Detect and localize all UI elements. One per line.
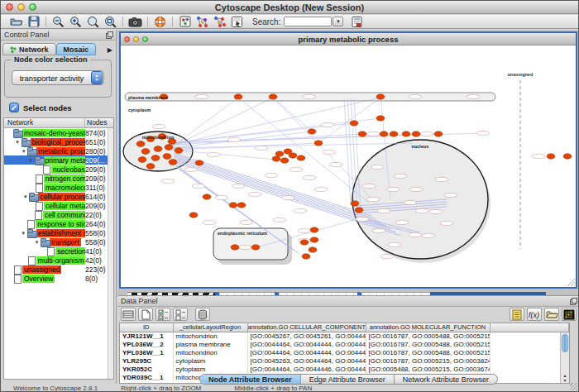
attribute-matrix-button[interactable] bbox=[562, 308, 577, 321]
help-button[interactable] bbox=[151, 15, 169, 28]
attribute-batch-button[interactable] bbox=[348, 15, 366, 28]
tree-scrollbar[interactable] bbox=[108, 128, 113, 379]
tree-expander[interactable]: ▾ bbox=[14, 139, 22, 146]
tree-expander[interactable]: ▾ bbox=[27, 157, 35, 164]
tree-row[interactable]: nitrogen compo209(0) bbox=[4, 174, 113, 183]
layout-b-button[interactable] bbox=[211, 15, 228, 28]
tree-row[interactable]: unassigned223(0) bbox=[4, 265, 113, 274]
tree-expander[interactable]: ▾ bbox=[33, 239, 41, 246]
file-icon bbox=[35, 174, 44, 182]
annotation-button[interactable] bbox=[228, 15, 246, 28]
tree-expander[interactable]: ▾ bbox=[20, 230, 27, 237]
folder-icon bbox=[27, 229, 36, 237]
tree-expander[interactable]: ▾ bbox=[22, 194, 29, 200]
tree-row[interactable]: nucleobase-209(0) bbox=[4, 165, 113, 174]
tree-row[interactable]: ▾primary metabo209(... bbox=[4, 155, 113, 165]
table-row[interactable]: YKR052Ccytoplasm[GO:0044464, GO:0044446,… bbox=[120, 365, 569, 373]
column-header[interactable]: ID bbox=[120, 323, 173, 332]
zoom-in-icon bbox=[69, 16, 82, 28]
network-label: mosaic-demo-yeast bbox=[22, 129, 85, 137]
select-nodes-checkbox[interactable]: ✓ bbox=[9, 103, 19, 112]
table-scrollbar-thumb[interactable] bbox=[562, 334, 568, 352]
create-attribute-icon bbox=[141, 309, 151, 320]
network-label: secretion bbox=[55, 247, 85, 256]
table-cell: cytoplasm bbox=[173, 356, 247, 365]
tree-row[interactable]: mosaic-demo-yeast874(0) bbox=[4, 128, 113, 137]
window-resize-grip[interactable] bbox=[570, 383, 577, 390]
network-label: cellular metabo bbox=[44, 202, 85, 210]
main-toolbar: Search: ▼ bbox=[1, 15, 578, 29]
column-header[interactable]: annotation.GO MOLECULAR_FUNCTION bbox=[366, 323, 490, 332]
delete-attribute-button[interactable] bbox=[195, 308, 210, 321]
column-header[interactable]: annotation.GO CELLULAR_COMPONENT bbox=[247, 323, 366, 332]
tree-row[interactable]: cellular metabo209(0) bbox=[4, 201, 113, 210]
search-input[interactable] bbox=[284, 17, 332, 26]
network-label: transport bbox=[50, 238, 81, 246]
layout-a-button[interactable] bbox=[194, 15, 211, 28]
annotation-icon bbox=[231, 16, 243, 28]
tree-row[interactable]: ▾cellular process614(0) bbox=[4, 192, 113, 201]
function-builder-button[interactable]: f(x) bbox=[527, 308, 542, 321]
table-cell: YKR052C bbox=[120, 365, 173, 373]
float-panel-icon[interactable] bbox=[106, 31, 113, 39]
attribute-list-button[interactable] bbox=[510, 308, 524, 321]
folder-icon bbox=[13, 129, 22, 136]
table-row[interactable]: YLR295Ccytoplasm[GO:0045263, GO:0044464,… bbox=[120, 356, 569, 365]
snapshot-button[interactable] bbox=[127, 15, 144, 28]
unselect-all-attributes-button[interactable] bbox=[173, 308, 188, 321]
tab-edge-attribute-browser[interactable]: Edge Attribute Browser bbox=[301, 375, 395, 384]
select-all-attributes-icon bbox=[158, 309, 169, 320]
zoom-fit-button[interactable] bbox=[102, 15, 119, 28]
create-attribute-button[interactable] bbox=[138, 308, 153, 321]
table-row[interactable]: YPL036W__2plasma membrane[GO:0044464, GO… bbox=[120, 340, 569, 348]
window-titlebar[interactable]: Cytoscape Desktop (New Session) bbox=[1, 1, 578, 14]
tab-network[interactable]: Network bbox=[2, 43, 56, 55]
search-dropdown-button[interactable]: ▼ bbox=[333, 17, 343, 26]
lifebuoy-icon bbox=[154, 16, 166, 28]
tree-expander[interactable]: ▾ bbox=[20, 148, 27, 155]
canvas-resize-grip[interactable] bbox=[567, 279, 575, 286]
status-pan-hint: Middle-click + drag to PAN bbox=[234, 385, 312, 392]
float-panel-icon[interactable] bbox=[570, 298, 577, 305]
tab-overflow-arrow[interactable]: ▶ bbox=[105, 45, 115, 55]
network-label: cellular process bbox=[38, 193, 85, 201]
network-label: unassigned bbox=[22, 265, 61, 274]
tab-network-attribute-browser[interactable]: Network Attribute Browser bbox=[395, 375, 497, 384]
select-all-attributes-button[interactable] bbox=[156, 308, 170, 321]
tree-column-network[interactable]: Network bbox=[4, 118, 85, 127]
import-attributes-button[interactable] bbox=[544, 308, 559, 321]
zoom-out-button[interactable] bbox=[50, 15, 67, 28]
table-row[interactable]: YPL036W__1mitochondrion[GO:0044464, GO:0… bbox=[120, 348, 569, 356]
node-color-dropdown[interactable]: transporter activity ▲▼ bbox=[12, 70, 104, 85]
tree-row[interactable]: ▾biological_process651(0) bbox=[4, 137, 113, 146]
open-session-button[interactable] bbox=[7, 15, 25, 28]
network-canvas[interactable]: plasma membrane cytoplasm mitochondrion … bbox=[121, 45, 576, 287]
tree-row[interactable]: multi-organism pro42(0) bbox=[4, 256, 113, 265]
tree-row[interactable]: secretion41(0) bbox=[4, 246, 113, 256]
network-view-titlebar[interactable]: primary metabolic process bbox=[121, 33, 576, 45]
zoom-in-button[interactable] bbox=[67, 15, 84, 28]
zoom-selected-button[interactable] bbox=[84, 15, 102, 28]
tree-row[interactable]: ▾establishment of lo558(0) bbox=[4, 228, 113, 237]
tree-row[interactable]: response to stimulu264(0) bbox=[4, 219, 113, 228]
endoplasmic-reticulum-label: endoplasmic reticulum bbox=[218, 231, 267, 236]
table-row[interactable]: YJR121W__1mitochondrion[GO:0045267, GO:0… bbox=[120, 332, 569, 340]
tree-row[interactable]: macromolecule311(0) bbox=[4, 183, 113, 192]
column-header[interactable]: _cellularLayoutRegion bbox=[173, 323, 247, 332]
tree-column-nodes[interactable]: Nodes bbox=[85, 118, 113, 127]
tree-row[interactable]: Overview8(0) bbox=[4, 274, 113, 283]
tab-mosaic[interactable]: Mosaic bbox=[56, 43, 97, 55]
node-layer[interactable] bbox=[136, 94, 572, 259]
tab-node-attribute-browser[interactable]: Node Attribute Browser bbox=[200, 375, 301, 384]
network-label: nucleobase- bbox=[51, 165, 85, 174]
save-session-button[interactable] bbox=[25, 15, 42, 28]
control-panel-title: Control Panel bbox=[4, 31, 50, 39]
table-cell: [GO:0016787, GO:0005488, GO:0005215, G..… bbox=[366, 340, 490, 348]
vizmapper-button[interactable] bbox=[176, 15, 194, 28]
table-cell: cytoplasm bbox=[173, 365, 247, 373]
select-attributes-button[interactable] bbox=[121, 308, 136, 321]
status-welcome: Welcome to Cytoscape 2.8.1 bbox=[13, 385, 98, 392]
tree-row[interactable]: ▾transport558(0) bbox=[4, 237, 113, 246]
tree-row[interactable]: cell communicat22(0) bbox=[4, 210, 113, 219]
tree-row[interactable]: ▾metabolic process280(0) bbox=[4, 146, 113, 155]
